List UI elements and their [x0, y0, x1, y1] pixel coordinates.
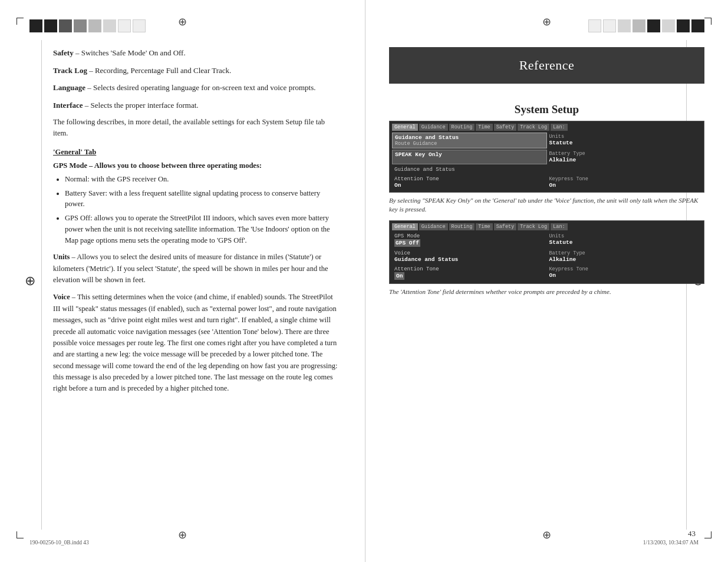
gps-screen-box-2: General Guidance Routing Time Safety Tra… [389, 220, 704, 284]
units-para: Units – Allows you to select the desired… [53, 252, 341, 286]
gps2-attention-tone: Attention Tone On [392, 265, 547, 281]
bullet-battery: Battery Saver: with a less frequent sate… [65, 188, 341, 210]
bullet-gpsoff: GPS Off: allows you to operate the Stree… [65, 213, 341, 246]
gps2-tab-guidance: Guidance [419, 223, 448, 230]
interface-label: Interface [53, 101, 83, 110]
left-margin-line [41, 40, 42, 530]
gps1-speak-key: SPEAK Key Only [392, 150, 547, 164]
screenshot2-caption: The 'Attention Tone' field determines wh… [389, 287, 704, 296]
sq-right-black-2 [677, 19, 690, 32]
sq-right-white-1 [588, 19, 601, 32]
language-text: – Selects desired operating language for… [85, 83, 316, 92]
left-page: ⊕ ⊕ ⊕ Safety – Switches 'Safe Mode' On a… [0, 0, 365, 562]
gps-bullet-list: Normal: with the GPS receiver On. Batter… [65, 174, 341, 246]
gps1-empty [547, 166, 702, 174]
gps2-voice: Voice Guidance and Status [392, 249, 547, 264]
tracklog-text: – Recording, Percentage Full and Clear T… [87, 66, 231, 75]
tracklog-label: Track Log [53, 66, 87, 75]
gps2-keypress-tone: Keypress Tone On [547, 265, 702, 281]
sq-right-lighter-2 [662, 19, 675, 32]
sq-right-black-3 [691, 19, 704, 32]
sq-right-light-1 [633, 19, 645, 32]
reference-title: Reference [401, 58, 693, 73]
bullet-normal: Normal: with the GPS receiver On. [65, 174, 341, 185]
gps-tab-guidance: Guidance [419, 124, 448, 131]
page-container: ⊕ ⊕ ⊕ Safety – Switches 'Safe Mode' On a… [0, 0, 728, 562]
reference-header: Reference [389, 47, 704, 84]
interface-entry: Interface – Selects the proper interface… [53, 100, 341, 111]
intro-text: The following describes, in more detail,… [53, 117, 341, 140]
gps-screen-box-1: General Guidance Routing Time Safety Tra… [389, 121, 704, 193]
gps1-battery-type: Battery Type Alkaline [547, 150, 702, 164]
gps2-gps-mode: GPS Mode GPS Off [392, 232, 547, 248]
corner-br [704, 531, 711, 538]
gps-mode-label: GPS Mode [53, 161, 87, 170]
interface-text: – Selects the proper interface format. [83, 101, 199, 110]
sq-right-white-2 [603, 19, 616, 32]
gps-tab-bar-1: General Guidance Routing Time Safety Tra… [392, 124, 701, 131]
language-label: Language [53, 83, 85, 92]
gps-tab-general: General [392, 124, 418, 131]
sq-light-1 [88, 19, 101, 32]
header-squares-right [588, 18, 704, 34]
corner-bl [17, 531, 24, 538]
voice-para: Voice – This setting determines when the… [53, 292, 341, 394]
gps-tab-routing: Routing [449, 124, 475, 131]
bottom-crosshair-left-icon: ⊕ [178, 528, 187, 541]
gps-tab-time: Time [476, 124, 492, 131]
gps1-guidance-status: Guidance and Status Route Guidance [392, 133, 547, 148]
gps2-tab-time: Time [476, 223, 492, 230]
gps2-units: Units Statute [547, 232, 702, 248]
sq-black-1 [29, 19, 42, 32]
units-label: Units [53, 253, 70, 261]
sq-right-lighter-1 [618, 19, 631, 32]
gps-mode-para: GPS Mode – Allows you to choose between … [53, 161, 341, 170]
safety-label: Safety [53, 48, 74, 57]
gps2-tab-tracklog: Track Log [518, 223, 549, 230]
tracklog-entry: Track Log – Recording, Percentage Full a… [53, 65, 341, 77]
corner-tr [704, 18, 711, 25]
gps1-keypress-tone: Keypress Tone On [547, 175, 702, 190]
sq-right-black-1 [647, 19, 660, 32]
right-page: ⊕ ⊕ ⊕ Reference System Setup [365, 0, 728, 562]
header-bar-left [29, 18, 335, 34]
general-tab-heading: 'General' Tab [53, 148, 341, 157]
gps-screenshot-2: General Guidance Routing Time Safety Tra… [389, 220, 704, 296]
sq-black-2 [44, 19, 57, 32]
left-content: Safety – Switches 'Safe Mode' On and Off… [53, 47, 341, 527]
gps2-tab-safety: Safety [494, 223, 517, 230]
gps2-tab-routing: Routing [449, 223, 475, 230]
right-content: General Guidance Routing Time Safety Tra… [389, 121, 704, 527]
page-number: 43 [688, 529, 696, 538]
gps2-tab-lan: Lan: [551, 223, 567, 230]
bottom-crosshair-right-icon: ⊕ [542, 528, 551, 541]
gps1-attention-tone: Attention Tone On [392, 175, 547, 190]
sq-white-2 [133, 19, 146, 32]
sq-dark-1 [59, 19, 72, 32]
gps-tab-bar-2: General Guidance Routing Time Safety Tra… [392, 223, 701, 230]
language-entry: Language – Selects desired operating lan… [53, 82, 341, 94]
gps1-units: Units Statute [547, 133, 702, 148]
footer-left-text: 190-00256-10_0B.indd 43 [29, 540, 89, 546]
right-header-bar [389, 18, 704, 34]
safety-text: – Switches 'Safe Mode' On and Off. [74, 48, 186, 57]
gps-screenshot-1: General Guidance Routing Time Safety Tra… [389, 121, 704, 214]
gps2-battery-type: Battery Type Alkaline [547, 249, 702, 264]
safety-entry: Safety – Switches 'Safe Mode' On and Off… [53, 47, 341, 59]
corner-tl [17, 18, 24, 25]
gps2-tab-general: General [392, 223, 418, 230]
screenshot1-caption: By selecting "SPEAK Key Only" on the 'Ge… [389, 196, 704, 214]
sq-white-1 [118, 19, 131, 32]
left-crosshair-icon: ⊕ [25, 273, 35, 289]
gps-tab-tracklog: Track Log [518, 124, 549, 131]
gps-tab-lan: Lan: [551, 124, 567, 131]
gps-tab-safety: Safety [494, 124, 517, 131]
gps-mode-text: – Allows you to choose between three ope… [87, 161, 262, 170]
header-squares-left [29, 18, 146, 34]
sq-lighter-1 [103, 19, 116, 32]
voice-label: Voice [53, 293, 70, 301]
units-text: – Allows you to select the desired units… [53, 253, 328, 284]
sq-med-1 [74, 19, 87, 32]
system-setup-title: System Setup [389, 103, 704, 116]
voice-text: – This setting determines when the voice… [53, 293, 338, 392]
